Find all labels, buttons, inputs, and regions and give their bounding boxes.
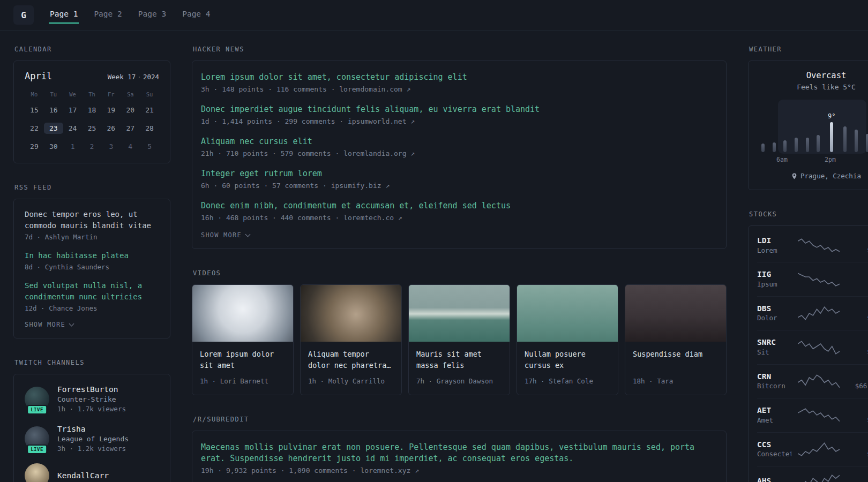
tab-page-2[interactable]: Page 2 bbox=[93, 6, 123, 24]
stock-symbol: CRN bbox=[757, 372, 791, 382]
video-thumbnail[interactable] bbox=[301, 285, 401, 342]
stock-values: +4.35% $795.18 bbox=[846, 236, 868, 255]
stock-values: -1.00% $66,171.48 bbox=[846, 372, 868, 390]
weather-time-label: 6am bbox=[776, 156, 788, 163]
tab-page-3[interactable]: Page 3 bbox=[137, 6, 167, 24]
subreddit-domain-link[interactable]: loremnet.xyz ↗ bbox=[360, 466, 419, 475]
tab-page-1[interactable]: Page 1 bbox=[49, 6, 79, 24]
hn-item-title[interactable]: Donec enim nibh, condimentum et accumsan… bbox=[201, 200, 717, 212]
video-title[interactable]: Suspendisse diam bbox=[633, 349, 719, 372]
hackernews-section: HACKER NEWS Lorem ipsum dolor sit amet, … bbox=[192, 46, 727, 249]
calendar-day: 21 bbox=[140, 104, 159, 116]
stock-price: $795.18 bbox=[846, 246, 868, 255]
calendar-day-header: Su bbox=[140, 91, 159, 97]
hn-domain-link[interactable]: loremdomain.com ↗ bbox=[339, 85, 410, 93]
stocks-widget: LDI Lorem +4.35% $795.18 IIG Ipsum bbox=[748, 225, 868, 482]
video-card: Lorem ipsum dolor sit amet consectetu… 1… bbox=[192, 284, 294, 395]
subreddit-post: Maecenas mollis pulvinar erat non posuer… bbox=[201, 442, 717, 475]
hn-item-title[interactable]: Lorem ipsum dolor sit amet, consectetur … bbox=[201, 72, 717, 83]
rss-show-more-button[interactable]: SHOW MORE bbox=[25, 321, 159, 328]
rss-item-title[interactable]: Donec tempor eros leo, ut commodo mauris… bbox=[25, 209, 159, 231]
calendar-day-header: Fr bbox=[101, 91, 121, 97]
video-title[interactable]: Nullam posuere cursus ex bbox=[525, 349, 610, 372]
calendar-day: 24 bbox=[63, 123, 83, 134]
stock-symbol: SNRC bbox=[757, 337, 791, 348]
stock-row[interactable]: SNRC Sit +1.36% $148.64 bbox=[757, 330, 868, 364]
show-more-label: SHOW MORE bbox=[25, 321, 65, 328]
twitch-channel-row[interactable]: LIVE Trisha League of Legends 3h · 1.2k … bbox=[25, 424, 159, 454]
calendar-day: 15 bbox=[25, 104, 44, 116]
chevron-down-icon bbox=[69, 321, 74, 327]
videos-section-title: VIDEOS bbox=[193, 269, 727, 277]
twitch-channel-info: ForrestBurton Counter-Strike 1h · 1.7k v… bbox=[57, 384, 126, 414]
stock-row[interactable]: AHS +0.46% bbox=[757, 466, 868, 482]
stock-row[interactable]: IIG Ipsum +2.84% $42.04 bbox=[757, 262, 868, 296]
subreddit-widget: Maecenas mollis pulvinar erat non posuer… bbox=[192, 431, 727, 482]
video-meta: 7h · Grayson Dawson bbox=[416, 377, 502, 385]
stock-sparkline bbox=[798, 340, 840, 356]
weather-bar bbox=[783, 140, 787, 152]
video-title[interactable]: Mauris sit amet massa felis bbox=[416, 349, 502, 372]
tab-page-4[interactable]: Page 4 bbox=[181, 6, 211, 24]
hn-domain-link[interactable]: loremtech.co ↗ bbox=[343, 214, 402, 222]
location-pin-icon bbox=[791, 172, 797, 180]
videos-row: Lorem ipsum dolor sit amet consectetu… 1… bbox=[192, 284, 727, 395]
stock-name: Bitcorn bbox=[757, 382, 791, 391]
show-more-label: SHOW MORE bbox=[201, 231, 242, 239]
twitch-section: TWITCH CHANNELS LIVE ForrestBurton Count… bbox=[13, 359, 170, 482]
calendar-day-header: Mo bbox=[25, 91, 44, 97]
calendar-day-header: Tu bbox=[44, 91, 63, 97]
hn-meta-text: 16h · 468 points · 440 comments · bbox=[201, 214, 343, 222]
stock-sparkline bbox=[798, 473, 840, 482]
video-card-body: Aliquam tempor dolor nec pharetra… 1h · … bbox=[301, 342, 401, 395]
twitch-avatar-wrap: LIVE bbox=[25, 426, 49, 451]
stock-name: Consectetur bbox=[757, 450, 791, 459]
hn-show-more-button[interactable]: SHOW MORE bbox=[201, 231, 717, 239]
video-thumbnail[interactable] bbox=[192, 285, 293, 342]
hn-domain-link[interactable]: ipsumworld.net ↗ bbox=[348, 117, 415, 125]
calendar-day-selected: 23 bbox=[44, 123, 63, 134]
weather-location: Prague, Czechia bbox=[759, 172, 868, 180]
weather-bar bbox=[761, 144, 765, 152]
video-title[interactable]: Lorem ipsum dolor sit amet consectetu… bbox=[200, 349, 286, 372]
rss-item-title[interactable]: Sed volutpat nulla nisl, a condimentum n… bbox=[25, 280, 159, 303]
stock-sparkline bbox=[798, 373, 840, 389]
video-thumbnail[interactable] bbox=[409, 285, 510, 342]
stock-id: CRN Bitcorn bbox=[757, 372, 791, 391]
stock-change: +1.36% bbox=[846, 338, 868, 348]
twitch-channel-row[interactable]: LIVE ForrestBurton Counter-Strike 1h · 1… bbox=[25, 384, 159, 414]
rss-item-meta: 12d · Chance Jones bbox=[25, 304, 159, 312]
hn-item-title[interactable]: Integer eget rutrum lorem bbox=[201, 168, 717, 179]
stock-row[interactable]: LDI Lorem +4.35% $795.18 bbox=[757, 229, 868, 262]
calendar-day: 17 bbox=[63, 104, 83, 116]
calendar-day-next-month: 3 bbox=[101, 141, 121, 152]
stock-values: +0.46% bbox=[846, 477, 868, 482]
stock-row[interactable]: CCS Consectetur +0.51% $165.84 bbox=[757, 432, 868, 466]
hn-domain: ipsumify.biz bbox=[331, 182, 381, 190]
app-logo: G bbox=[13, 5, 34, 25]
stock-id: SNRC Sit bbox=[757, 337, 791, 357]
stock-row[interactable]: DBS Dolor +1.42% $156.28 bbox=[757, 296, 868, 330]
stock-row[interactable]: CRN Bitcorn -1.00% $66,171.48 bbox=[757, 364, 868, 398]
rss-item-title[interactable]: In hac habitasse platea bbox=[25, 250, 159, 261]
hn-meta-text: 3h · 148 points · 116 comments · bbox=[201, 85, 339, 93]
video-thumbnail[interactable] bbox=[517, 285, 618, 342]
hn-item-title[interactable]: Aliquam nec cursus elit bbox=[201, 136, 717, 147]
calendar-month: April bbox=[25, 71, 52, 81]
video-title[interactable]: Aliquam tempor dolor nec pharetra… bbox=[308, 349, 394, 372]
weather-chart: 9° bbox=[759, 100, 868, 152]
subreddit-post-title[interactable]: Maecenas mollis pulvinar erat non posuer… bbox=[201, 442, 717, 464]
hn-domain-link[interactable]: loremlandia.org ↗ bbox=[343, 149, 415, 157]
twitch-channel-row[interactable]: KendallCarr bbox=[25, 463, 159, 482]
hn-domain-link[interactable]: ipsumify.biz ↗ bbox=[331, 182, 390, 190]
subreddit-domain: loremnet.xyz bbox=[360, 466, 410, 475]
external-link-icon: ↗ bbox=[385, 182, 390, 190]
video-thumbnail[interactable] bbox=[625, 285, 726, 342]
hn-item-meta: 21h · 710 points · 579 comments · loreml… bbox=[201, 149, 717, 157]
rss-section: RSS FEED Donec tempor eros leo, ut commo… bbox=[13, 184, 170, 338]
calendar-day: 28 bbox=[140, 123, 159, 134]
twitch-channel-name: KendallCarr bbox=[57, 470, 109, 481]
external-link-icon: ↗ bbox=[410, 117, 415, 125]
hn-item-title[interactable]: Donec imperdiet augue tincidunt felis al… bbox=[201, 104, 717, 115]
stock-row[interactable]: AET Amet +0.92% $499.72 bbox=[757, 398, 868, 432]
